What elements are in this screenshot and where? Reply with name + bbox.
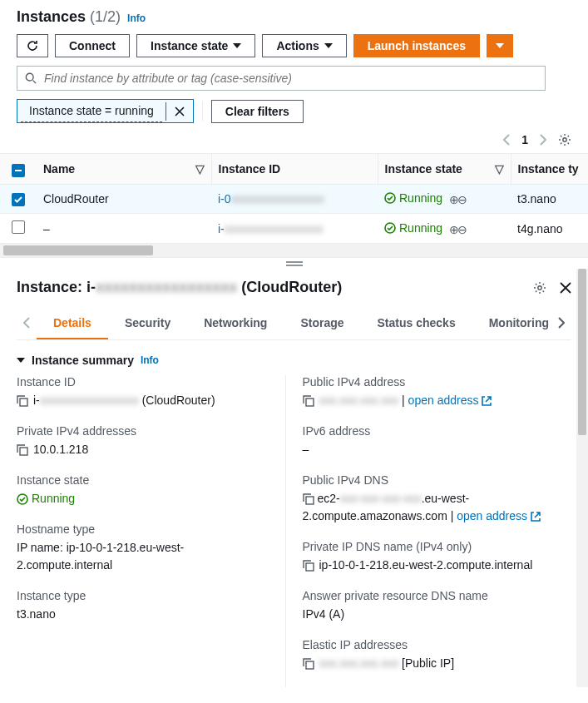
field-value: xxx.xxx.xxx.xxx | open address: [319, 392, 492, 409]
column-instance-state[interactable]: Instance state▽: [378, 154, 511, 185]
drag-handle-icon: [286, 261, 303, 266]
tab-scroll-left[interactable]: [17, 310, 37, 338]
tab-security[interactable]: Security: [108, 308, 187, 339]
detail-title: Instance: i-xxxxxxxxxxxxxxxxx (CloudRout…: [17, 279, 342, 296]
caret-down-icon: [496, 43, 504, 48]
open-address-link[interactable]: open address: [408, 394, 479, 407]
divider: [202, 101, 203, 121]
field-label: Private IP DNS name (IPv4 only): [303, 540, 572, 553]
svg-rect-5: [20, 399, 27, 406]
instance-count: (1/2): [90, 8, 121, 25]
page-number: 1: [521, 133, 528, 146]
tab-storage[interactable]: Storage: [284, 308, 360, 339]
instance-state-dropdown[interactable]: Instance state: [136, 34, 255, 57]
svg-rect-11: [306, 661, 314, 669]
row-checkbox[interactable]: [12, 220, 25, 234]
close-icon: [175, 106, 185, 116]
caret-down-icon[interactable]: [17, 358, 25, 363]
connect-button[interactable]: Connect: [55, 34, 130, 57]
search-input[interactable]: [17, 66, 546, 91]
cell-name: CloudRouter: [37, 185, 211, 214]
refresh-button[interactable]: [17, 34, 48, 57]
section-title: Instance summary: [32, 354, 134, 367]
search-icon: [25, 72, 37, 84]
cell-state: Running ⊕⊖: [378, 214, 511, 244]
table-row[interactable]: CloudRouter i-0xxxxxxxxxxxxxxxx Running …: [0, 185, 588, 214]
copy-icon[interactable]: [303, 560, 314, 572]
copy-icon[interactable]: [303, 493, 314, 505]
field-label: IPv6 address: [303, 424, 572, 438]
column-instance-type[interactable]: Instance ty: [511, 154, 588, 185]
info-link[interactable]: Info: [141, 354, 159, 366]
field-value: t3.nano: [17, 606, 56, 623]
table-row[interactable]: – i-xxxxxxxxxxxxxxxxx Running ⊕⊖ t4g.nan…: [0, 214, 588, 244]
field-value: ip-10-0-1-218.eu-west-2.compute.internal: [319, 557, 533, 574]
chevron-right-icon: [558, 317, 565, 329]
filter-token-text: Instance state = running: [21, 100, 162, 122]
field-label: Private IPv4 addresses: [17, 424, 272, 438]
field-label: Answer private resource DNS name: [303, 589, 572, 602]
cell-type: t4g.nano: [511, 214, 588, 244]
clear-filters-button[interactable]: Clear filters: [211, 100, 304, 123]
svg-point-0: [26, 73, 33, 81]
cell-type: t3.nano: [511, 185, 588, 214]
field-label: Instance ID: [17, 375, 272, 389]
caret-down-icon: [324, 43, 333, 48]
cell-name: –: [37, 214, 211, 244]
close-icon[interactable]: [560, 282, 571, 294]
alarm-icons[interactable]: ⊕⊖: [449, 223, 466, 236]
field-label: Instance type: [17, 589, 272, 602]
cell-instance-id: i-xxxxxxxxxxxxxxxxx: [211, 214, 378, 244]
launch-instances-button[interactable]: Launch instances: [353, 34, 480, 57]
field-value: 10.0.1.218: [33, 441, 88, 458]
prev-page-icon[interactable]: [503, 134, 510, 146]
alarm-icons[interactable]: ⊕⊖: [449, 193, 466, 206]
copy-icon[interactable]: [17, 444, 28, 456]
field-label: Public IPv4 address: [303, 375, 572, 389]
copy-icon[interactable]: [303, 658, 314, 670]
instances-table: Name▽ Instance ID Instance state▽ Instan…: [0, 154, 588, 244]
caret-down-icon: [233, 43, 241, 48]
tab-networking[interactable]: Networking: [187, 308, 284, 339]
status-ok-icon: [384, 222, 396, 234]
external-link-icon: [482, 396, 492, 406]
actions-dropdown[interactable]: Actions: [262, 34, 346, 57]
select-all-checkbox[interactable]: [12, 164, 25, 177]
status-badge: Running: [17, 490, 75, 507]
svg-rect-8: [306, 399, 314, 406]
info-link[interactable]: Info: [127, 12, 146, 24]
status-ok-icon: [17, 493, 28, 505]
svg-rect-9: [306, 497, 314, 504]
field-value: ec2-xxx-xxx-xxx-xxx.eu-west-2.compute.am…: [303, 492, 541, 522]
vertical-scrollbar[interactable]: [576, 269, 588, 687]
gear-icon[interactable]: [558, 133, 571, 146]
tab-scroll-right[interactable]: [551, 310, 571, 338]
filter-remove-button[interactable]: [166, 102, 193, 121]
field-label: Instance state: [17, 473, 272, 487]
open-address-link[interactable]: open address: [457, 509, 527, 522]
field-value: xxx.xxx.xxx.xxx [Public IP]: [319, 655, 455, 672]
field-label: Public IPv4 DNS: [303, 473, 572, 487]
tab-details[interactable]: Details: [37, 308, 108, 339]
tab-monitoring[interactable]: Monitoring: [472, 308, 551, 339]
svg-rect-10: [306, 563, 314, 571]
copy-icon[interactable]: [17, 395, 28, 407]
field-value: i-xxxxxxxxxxxxxxxxx (CloudRouter): [33, 392, 215, 409]
launch-instances-dropdown[interactable]: [487, 34, 513, 57]
next-page-icon[interactable]: [540, 134, 546, 146]
svg-rect-6: [20, 448, 27, 455]
row-checkbox[interactable]: [12, 193, 25, 206]
field-label: Elastic IP addresses: [303, 638, 572, 651]
gear-icon[interactable]: [533, 281, 546, 295]
status-ok-icon: [384, 192, 396, 204]
copy-icon[interactable]: [303, 395, 314, 407]
split-handle[interactable]: [0, 257, 588, 269]
refresh-icon: [26, 39, 39, 52]
horizontal-scrollbar[interactable]: [0, 244, 588, 257]
column-name[interactable]: Name▽: [37, 154, 211, 185]
field-value: IP name: ip-10-0-1-218.eu-west-2.compute…: [17, 539, 272, 574]
column-instance-id[interactable]: Instance ID: [211, 154, 378, 185]
tab-status-checks[interactable]: Status checks: [361, 308, 472, 339]
svg-point-4: [538, 285, 541, 289]
field-value: IPv4 (A): [303, 606, 345, 623]
